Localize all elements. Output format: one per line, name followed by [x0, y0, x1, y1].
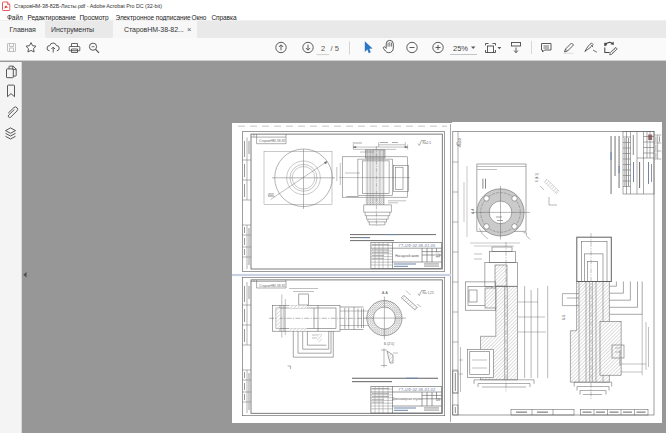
svg-text:/ 5: / 5	[331, 44, 339, 53]
svg-text:25%: 25%	[453, 44, 468, 53]
svg-text:ЧФ: ЧФ	[436, 398, 441, 402]
svg-text:ЧФ: ЧФ	[436, 254, 441, 258]
svg-text:Ra 1,25: Ra 1,25	[423, 291, 434, 295]
svg-text:А-А: А-А	[471, 208, 475, 214]
svg-text:Б (4:1): Б (4:1)	[535, 173, 539, 182]
svg-text:Б (2:1): Б (2:1)	[384, 342, 394, 346]
svg-text:Длинномерная втулка: Длинномерная втулка	[392, 397, 422, 401]
svg-text:СтаровНМ-38-82: СтаровНМ-38-82	[259, 139, 286, 143]
svg-text:А-А: А-А	[382, 291, 388, 295]
svg-text:Ra2,5: Ra2,5	[423, 141, 432, 145]
svg-text:Ra10: Ra10	[458, 138, 462, 146]
svg-text:2: 2	[321, 44, 325, 53]
svg-text:Ø48: Ø48	[268, 193, 274, 197]
svg-text:ГТ-ЧФ 02.06.01.02: ГТ-ЧФ 02.06.01.02	[399, 388, 436, 392]
svg-text:Насадной шкив: Насадной шкив	[395, 254, 419, 258]
svg-text:СтаровНМ-38-82: СтаровНМ-38-82	[259, 284, 286, 288]
svg-text:Б-Б: Б-Б	[561, 315, 565, 320]
svg-text:ГТ-ЧФ 02.06.01.05: ГТ-ЧФ 02.06.01.05	[399, 244, 436, 248]
